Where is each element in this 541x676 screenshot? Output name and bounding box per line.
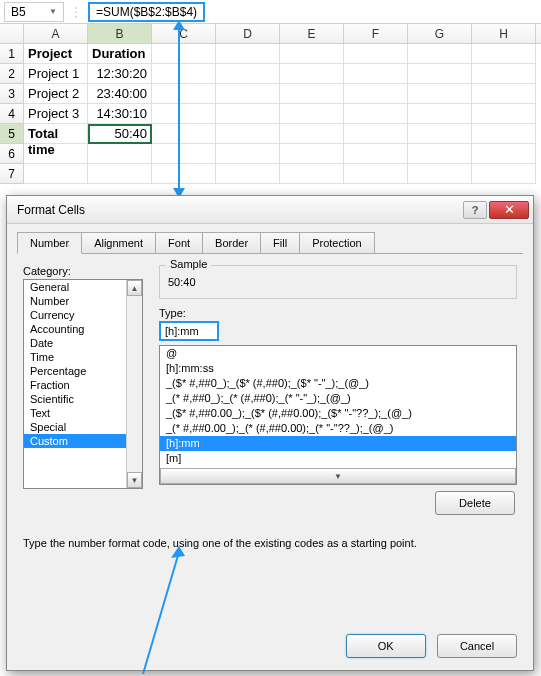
cell[interactable] [152,84,216,104]
delete-button[interactable]: Delete [435,491,515,515]
cell[interactable] [344,104,408,124]
row-header[interactable]: 1 [0,44,24,64]
ok-button[interactable]: OK [346,634,426,658]
active-cell[interactable]: 50:40 [88,124,152,144]
row-header[interactable]: 2 [0,64,24,84]
dialog-title-bar[interactable]: Format Cells ? ✕ [7,196,533,224]
row-header[interactable]: 4 [0,104,24,124]
col-header[interactable]: H [472,24,536,43]
category-item[interactable]: Time [24,350,142,364]
format-item[interactable]: _($* #,##0_);_($* (#,##0);_($* "-"_);_(@… [160,376,516,391]
cell[interactable] [216,104,280,124]
category-item[interactable]: Currency [24,308,142,322]
cell[interactable] [472,124,536,144]
tab-fill[interactable]: Fill [260,232,300,254]
name-box[interactable]: B5 ▼ [4,2,64,22]
type-input[interactable]: [h]:mm [159,321,219,341]
cell[interactable]: 12:30:20 [88,64,152,84]
cell[interactable] [152,124,216,144]
cell[interactable] [280,104,344,124]
cell[interactable] [88,164,152,184]
cell[interactable] [216,44,280,64]
cell[interactable] [472,104,536,124]
cell[interactable] [216,124,280,144]
cell[interactable] [472,64,536,84]
category-item[interactable]: Accounting [24,322,142,336]
cell[interactable] [280,164,344,184]
col-header[interactable]: B [88,24,152,43]
format-item[interactable]: _(* #,##0_);_(* (#,##0);_(* "-"_);_(@_) [160,391,516,406]
col-header[interactable]: A [24,24,88,43]
tab-protection[interactable]: Protection [299,232,375,254]
row-header[interactable]: 6 [0,144,24,164]
cell[interactable] [152,64,216,84]
format-code-list[interactable]: @ [h]:mm:ss _($* #,##0_);_($* (#,##0);_(… [159,345,517,485]
category-item[interactable]: General [24,280,142,294]
cell[interactable] [24,144,88,164]
col-header[interactable]: F [344,24,408,43]
cell[interactable] [152,104,216,124]
category-item[interactable]: Fraction [24,378,142,392]
category-item[interactable]: Date [24,336,142,350]
cell[interactable] [472,164,536,184]
cell[interactable] [280,84,344,104]
scrollbar[interactable]: ▲ ▼ [126,280,142,488]
help-button[interactable]: ? [463,201,487,219]
scroll-down-icon[interactable]: ▼ [127,472,142,488]
cell[interactable]: Project [24,44,88,64]
cell[interactable]: Duration [88,44,152,64]
cell[interactable] [344,124,408,144]
cell[interactable] [344,64,408,84]
close-button[interactable]: ✕ [489,201,529,219]
tab-border[interactable]: Border [202,232,261,254]
cell[interactable] [408,64,472,84]
select-all-corner[interactable] [0,24,24,43]
cell[interactable] [216,84,280,104]
cell[interactable] [408,144,472,164]
cell[interactable] [280,44,344,64]
row-header[interactable]: 7 [0,164,24,184]
category-item[interactable]: Percentage [24,364,142,378]
format-item[interactable]: _(* #,##0.00_);_(* (#,##0.00);_(* "-"??_… [160,421,516,436]
cell[interactable] [88,144,152,164]
cell[interactable] [280,64,344,84]
col-header[interactable]: D [216,24,280,43]
cell[interactable]: Project 1 [24,64,88,84]
cell[interactable] [280,124,344,144]
chevron-down-icon[interactable]: ▼ [49,7,57,16]
row-header[interactable]: 5 [0,124,24,144]
row-header[interactable]: 3 [0,84,24,104]
category-item[interactable]: Number [24,294,142,308]
cell[interactable] [216,64,280,84]
tab-alignment[interactable]: Alignment [81,232,156,254]
format-item-selected[interactable]: [h]:mm [160,436,516,451]
cell[interactable]: Project 2 [24,84,88,104]
cell[interactable] [408,84,472,104]
cell[interactable] [408,124,472,144]
tab-font[interactable]: Font [155,232,203,254]
category-list[interactable]: General Number Currency Accounting Date … [23,279,143,489]
format-item[interactable]: @ [160,346,516,361]
formula-input[interactable]: =SUM($B$2:$B$4) [88,2,205,22]
cell[interactable] [216,144,280,164]
category-item[interactable]: Text [24,406,142,420]
cell[interactable]: Total time [24,124,88,144]
cell[interactable] [216,164,280,184]
format-item[interactable]: [m] [160,451,516,466]
col-header[interactable]: E [280,24,344,43]
tab-number[interactable]: Number [17,232,82,254]
cell[interactable] [408,44,472,64]
cell[interactable] [344,44,408,64]
cell[interactable] [408,104,472,124]
cell[interactable]: 23:40:00 [88,84,152,104]
cell[interactable] [344,144,408,164]
cell[interactable] [152,44,216,64]
col-header[interactable]: G [408,24,472,43]
category-item-custom[interactable]: Custom [24,434,142,448]
cell[interactable] [344,84,408,104]
cancel-button[interactable]: Cancel [437,634,517,658]
cell[interactable]: Project 3 [24,104,88,124]
cell[interactable] [472,84,536,104]
cell[interactable]: 14:30:10 [88,104,152,124]
cell[interactable] [280,144,344,164]
